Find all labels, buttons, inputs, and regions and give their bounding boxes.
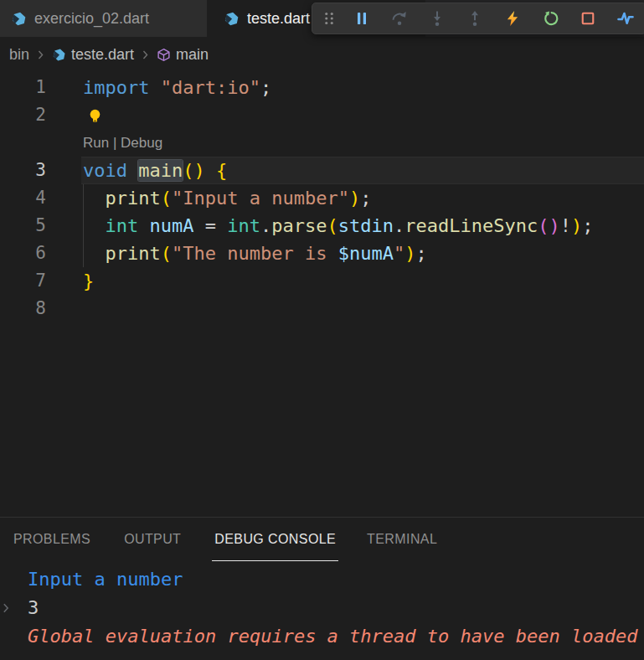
- open-devtools-button[interactable]: [606, 4, 644, 33]
- gripper-handle[interactable]: [316, 4, 343, 33]
- line-number: 1: [0, 74, 46, 101]
- code-token: $numA: [338, 243, 394, 264]
- panel-tab-debug-console[interactable]: DEBUG CONSOLE: [212, 532, 338, 561]
- tab-label: teste.dart: [247, 10, 310, 28]
- console-text: Input a number: [28, 569, 183, 590]
- console-line: Global evaluation requires a thread to h…: [0, 622, 644, 651]
- step-into-icon: [429, 10, 446, 27]
- debug-console-output: Input a number3Global evaluation require…: [0, 561, 644, 651]
- line-number: 3: [0, 157, 46, 184]
- code-token: "dart:io": [161, 77, 260, 98]
- step-out-button[interactable]: [456, 4, 493, 33]
- code-token: "The number is: [172, 243, 338, 264]
- breadcrumb-item-teste-dart[interactable]: teste.dart: [52, 46, 134, 64]
- breadcrumb-label: teste.dart: [71, 46, 134, 64]
- code-line-8: 8: [0, 295, 644, 322]
- breadcrumb-item-bin[interactable]: bin: [9, 46, 29, 64]
- code-token: ": [394, 243, 404, 264]
- breadcrumb-item-main[interactable]: main: [157, 46, 209, 64]
- hot-reload-button[interactable]: [493, 4, 531, 33]
- breadcrumb: binteste.dartmain: [0, 37, 644, 72]
- code-editor[interactable]: 1import "dart:io";2Run | Debug3void main…: [0, 72, 644, 517]
- code-token: void: [83, 160, 127, 181]
- code-token: {: [216, 160, 227, 181]
- code-token: int: [227, 215, 260, 236]
- debug-toolbar[interactable]: [312, 3, 644, 34]
- code-token: }: [83, 271, 94, 291]
- lightbulb-icon[interactable]: [87, 106, 103, 123]
- code-token: import: [83, 77, 149, 98]
- code-token: =: [193, 215, 227, 236]
- code-line-content: }: [83, 267, 644, 295]
- code-token: ;: [415, 243, 426, 264]
- restart-button[interactable]: [531, 4, 569, 33]
- stop-button[interactable]: [569, 4, 606, 33]
- panel-tab-terminal[interactable]: TERMINAL: [367, 532, 437, 561]
- step-over-button[interactable]: [380, 4, 418, 33]
- code-token: ;: [582, 215, 593, 236]
- codelens-row: Run | Debug: [0, 129, 644, 157]
- cube-icon: [157, 48, 171, 62]
- code-line-content: import "dart:io";: [83, 74, 644, 101]
- code-token: ;: [360, 188, 371, 209]
- console-text: 3: [28, 597, 39, 618]
- tab-label: exercicio_02.dart: [34, 10, 149, 28]
- codelens-run-link[interactable]: Run: [83, 135, 109, 151]
- code-token: [127, 160, 138, 181]
- panel-tab-problems[interactable]: PROBLEMS: [13, 532, 90, 561]
- breadcrumb-chevron-icon: [140, 49, 151, 60]
- code-token: [149, 77, 160, 98]
- code-token: [138, 215, 149, 236]
- code-line-content: print("Input a number");: [83, 184, 644, 212]
- code-token: [83, 215, 106, 236]
- line-number: 8: [0, 295, 46, 322]
- step-into-button[interactable]: [418, 4, 456, 33]
- code-token: ;: [260, 77, 271, 98]
- code-token: (): [183, 160, 205, 181]
- code-line-content: print("The number is $numA");: [83, 240, 644, 267]
- code-line-7: 7}: [0, 267, 644, 295]
- code-token: numA: [150, 215, 194, 236]
- code-token: stdin: [338, 215, 394, 236]
- panel-tab-bar: PROBLEMSOUTPUTDEBUG CONSOLETERMINAL: [0, 518, 644, 561]
- stop-icon: [580, 10, 596, 27]
- code-line-content: [83, 101, 644, 129]
- code-line-2: 2: [0, 101, 644, 129]
- code-token: [83, 188, 106, 209]
- restart-icon: [542, 10, 559, 27]
- dart-icon: [52, 48, 66, 62]
- step-over-icon: [391, 10, 408, 27]
- line-number: 6: [0, 240, 46, 267]
- code-line-content: int numA = int.parse(stdin.readLineSync(…: [83, 212, 644, 240]
- code-token: .: [394, 215, 404, 236]
- code-line-6: 6 print("The number is $numA");: [0, 240, 644, 267]
- console-text: Global evaluation requires a thread to h…: [28, 626, 637, 647]
- code-token: readLineSync: [404, 215, 538, 236]
- line-number: 5: [0, 212, 46, 240]
- codelens-content: Run | Debug: [83, 129, 644, 157]
- codelens-separator: |: [109, 135, 121, 151]
- code-line-1: 1import "dart:io";: [0, 74, 644, 101]
- code-token: "Input a number": [172, 188, 349, 209]
- line-number: 7: [0, 267, 46, 295]
- codelens-debug-link[interactable]: Debug: [121, 135, 162, 151]
- panel-tab-output[interactable]: OUTPUT: [124, 532, 181, 561]
- code-line-3: 3void main() {: [0, 157, 644, 184]
- breadcrumb-label: bin: [9, 46, 29, 64]
- pause-button[interactable]: [343, 4, 380, 33]
- expand-chevron-icon[interactable]: [0, 602, 12, 614]
- code-line-4: 4 print("Input a number");: [0, 184, 644, 212]
- code-token: (: [161, 243, 172, 264]
- line-number: 2: [0, 101, 46, 129]
- code-line-5: 5 int numA = int.parse(stdin.readLineSyn…: [0, 212, 644, 240]
- code-token: ): [571, 215, 582, 236]
- code-token: parse: [271, 215, 327, 236]
- bottom-panel: PROBLEMSOUTPUTDEBUG CONSOLETERMINAL Inpu…: [0, 517, 644, 660]
- editor-tab-exercicio_02-dart[interactable]: exercicio_02.dart: [0, 0, 208, 37]
- code-token: (: [327, 215, 337, 236]
- dart-file-icon: [11, 11, 27, 27]
- open-devtools-icon: [617, 10, 634, 27]
- code-token: ): [349, 188, 360, 209]
- breadcrumb-chevron-icon: [35, 49, 46, 60]
- code-token: [83, 243, 106, 264]
